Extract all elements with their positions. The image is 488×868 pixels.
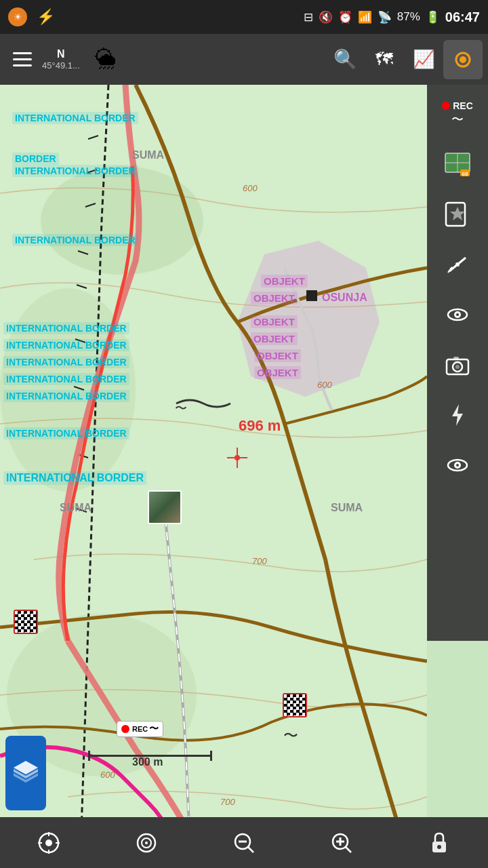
map-svg — [0, 85, 427, 834]
svg-point-30 — [455, 262, 460, 267]
lightning-button[interactable] — [434, 391, 481, 439]
status-right-icons: ⊟ 🔇 ⏰ 📶 📡 87% 🔋 06:47 — [304, 9, 480, 25]
photo-thumb-1-inner — [149, 492, 180, 523]
objekt-square — [306, 290, 317, 301]
battery-label: 87% — [397, 10, 420, 24]
hamburger-button[interactable] — [5, 43, 39, 77]
lightning-icon — [447, 403, 468, 427]
status-bar: ☀ ⚡ ⊟ 🔇 ⏰ 📶 📡 87% 🔋 06:47 — [0, 0, 488, 34]
bottom-toolbar — [0, 817, 488, 868]
signal-icon — [452, 49, 474, 71]
route-button[interactable] — [119, 823, 174, 863]
draw-button[interactable] — [434, 241, 481, 288]
top-toolbar: N 45°49.1... 🌦 🔍 🗺 📈 — [0, 34, 488, 85]
app-icon: ☀ — [8, 7, 27, 26]
mute-icon: 🔇 — [319, 10, 333, 24]
svg-point-1 — [460, 56, 466, 63]
svg-point-37 — [455, 365, 460, 369]
flash-icon: ⚡ — [37, 8, 55, 26]
visibility-button[interactable] — [434, 291, 481, 338]
rec-label-map: REC 〜 — [117, 721, 163, 737]
svg-point-46 — [45, 840, 52, 846]
flag-marker-1[interactable] — [12, 608, 39, 635]
flag-checkered-1 — [14, 610, 38, 634]
rec-text: REC — [132, 725, 148, 733]
flag-checkered-2 — [283, 693, 307, 717]
map-layers-button[interactable]: 68 — [434, 140, 481, 188]
route-icon — [134, 831, 159, 855]
map-area[interactable]: INTERNATIONAL BORDER BORDER INTERNATIONA… — [0, 85, 427, 834]
compass: N 45°49.1... — [42, 48, 80, 71]
lock-button[interactable] — [412, 823, 466, 863]
zoom-in-button[interactable] — [314, 823, 369, 863]
map-layers-icon: 68 — [444, 151, 471, 178]
svg-line-56 — [248, 847, 253, 852]
bookmark-icon — [445, 201, 470, 227]
gps-icon — [37, 831, 61, 855]
map-button[interactable]: 🗺 — [365, 40, 404, 79]
zoom-out-icon — [232, 831, 256, 855]
battery-icon: 🔋 — [426, 10, 440, 24]
weather-icon: 🌦 — [85, 43, 126, 77]
eye2-icon — [445, 453, 470, 477]
alarm-icon: ⏰ — [338, 10, 352, 24]
rec-dot — [121, 725, 129, 733]
zoom-out-button[interactable] — [217, 823, 271, 863]
chart-button[interactable]: 📈 — [404, 40, 443, 79]
eye-icon — [445, 302, 470, 327]
rec-wave-icon: 〜 — [451, 111, 464, 127]
svg-point-41 — [456, 464, 459, 467]
cast-icon: ⊟ — [304, 10, 313, 24]
wifi-icon: 📶 — [358, 10, 372, 24]
eye2-button[interactable] — [434, 441, 481, 489]
lock-icon — [427, 831, 451, 855]
zoom-in-icon — [329, 831, 354, 855]
layers-icon — [11, 758, 41, 788]
camera-button[interactable] — [434, 341, 481, 389]
time-label: 06:47 — [445, 9, 480, 25]
svg-marker-27 — [450, 207, 465, 220]
search-button[interactable]: 🔍 — [325, 40, 365, 79]
camera-icon — [445, 353, 470, 377]
gps-button[interactable] — [22, 823, 76, 863]
signal-icon: 📡 — [378, 10, 392, 24]
bookmark-button[interactable] — [434, 191, 481, 238]
svg-point-62 — [437, 845, 441, 849]
compass-n: N — [57, 48, 65, 60]
rec-indicator — [442, 102, 450, 110]
rec-wave: 〜 — [149, 723, 159, 735]
right-sidebar: REC 〜 68 — [427, 85, 488, 641]
svg-marker-38 — [452, 404, 463, 426]
flag-marker-2[interactable] — [281, 692, 308, 719]
status-left-icons: ☀ ⚡ — [8, 7, 55, 26]
rec-button[interactable]: REC 〜 — [434, 90, 481, 138]
signal-button[interactable] — [443, 40, 483, 79]
svg-point-33 — [456, 313, 459, 316]
svg-line-60 — [346, 847, 351, 852]
svg-rect-36 — [453, 357, 459, 360]
svg-point-53 — [145, 842, 148, 844]
rec-label: REC — [453, 100, 473, 111]
layers-button[interactable] — [5, 736, 46, 810]
photo-thumb-1[interactable] — [148, 490, 182, 524]
draw-icon — [445, 252, 470, 277]
coordinates: 45°49.1... — [42, 60, 80, 71]
svg-text:68: 68 — [462, 171, 468, 177]
